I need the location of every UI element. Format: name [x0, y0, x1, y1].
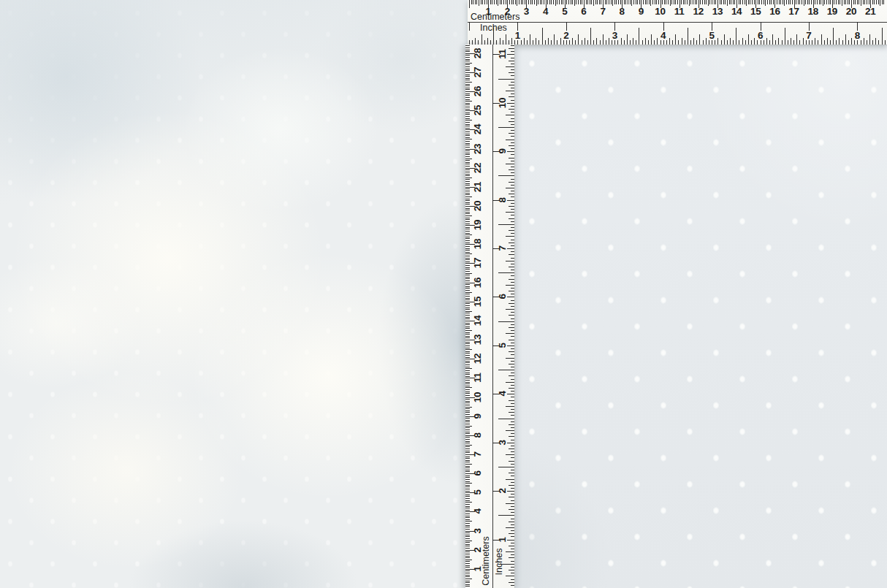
- inch-tick: [509, 412, 514, 413]
- inch-tick: [509, 340, 514, 340]
- inch-tick: [511, 136, 515, 137]
- flat-fabric-region: [468, 0, 887, 588]
- inch-tick: [511, 167, 515, 167]
- inch-tick: [748, 34, 749, 45]
- inch-number: 4: [661, 30, 666, 41]
- inch-tick: [509, 254, 514, 255]
- inch-tick: [511, 221, 515, 222]
- inch-tick: [509, 243, 514, 243]
- inch-tick: [506, 236, 514, 237]
- inch-tick: [509, 375, 514, 376]
- inch-tick: [507, 443, 514, 443]
- inch-tick: [507, 103, 514, 104]
- inch-tick: [511, 549, 515, 549]
- inch-tick: [506, 551, 514, 552]
- inch-tick: [511, 464, 515, 465]
- inch-tick: [845, 34, 846, 45]
- inch-tick: [682, 38, 682, 45]
- inch-tick: [511, 373, 515, 373]
- inch-tick: [882, 28, 883, 45]
- inch-tick: [827, 38, 828, 45]
- inch-tick: [509, 522, 514, 522]
- inch-tick: [524, 38, 525, 45]
- inch-tick: [511, 500, 515, 501]
- inch-tick: [498, 564, 514, 565]
- inch-tick: [627, 34, 628, 45]
- inch-tick: [575, 40, 576, 45]
- inch-tick: [527, 40, 528, 45]
- inch-tick: [511, 312, 515, 313]
- inch-tick: [511, 124, 515, 125]
- inch-tick: [506, 479, 514, 480]
- inch-tick: [582, 40, 582, 45]
- inch-tick: [606, 40, 606, 45]
- inch-number: 7: [498, 238, 508, 259]
- inch-tick: [511, 45, 515, 46]
- inch-tick: [509, 169, 514, 170]
- inch-tick: [651, 34, 652, 45]
- inch-tick: [506, 212, 514, 213]
- inch-number: 8: [855, 30, 860, 41]
- inch-tick: [509, 109, 514, 110]
- inch-tick: [842, 40, 843, 45]
- inch-tick: [511, 421, 515, 422]
- inch-tick: [703, 40, 704, 45]
- inch-tick: [511, 118, 515, 119]
- inch-tick: [511, 440, 515, 440]
- inch-tick: [511, 361, 515, 362]
- inch-number: 1: [498, 530, 508, 550]
- inch-tick: [585, 38, 585, 45]
- inch-tick: [511, 573, 515, 573]
- inch-tick: [730, 38, 731, 45]
- inch-tick: [511, 64, 515, 64]
- inch-tick: [507, 54, 514, 55]
- inch-tick: [782, 40, 783, 45]
- inch-tick: [511, 470, 515, 470]
- inch-tick: [511, 354, 515, 355]
- inch-tick: [511, 336, 515, 337]
- inch-tick: [507, 345, 514, 346]
- inch-tick: [511, 512, 515, 513]
- inch-tick: [778, 38, 779, 45]
- inch-tick: [511, 245, 515, 246]
- inch-tick: [511, 391, 515, 392]
- inch-tick: [715, 40, 715, 45]
- inch-tick: [538, 40, 539, 45]
- inch-tick: [507, 297, 514, 297]
- inch-tick: [793, 40, 794, 45]
- inch-tick: [509, 509, 514, 510]
- inch-tick: [506, 91, 514, 91]
- inch-tick: [864, 38, 864, 45]
- inch-tick: [511, 130, 515, 131]
- inch-tick: [509, 279, 514, 280]
- inch-tick: [511, 172, 515, 173]
- inch-tick: [506, 34, 506, 45]
- inch-tick: [507, 540, 514, 541]
- inch-tick: [509, 461, 514, 462]
- inch-tick: [509, 218, 514, 219]
- inch-tick: [609, 38, 609, 45]
- inch-number: 3: [612, 30, 617, 41]
- inch-number: 7: [806, 30, 811, 41]
- inch-tick: [511, 343, 515, 343]
- inch-tick: [587, 40, 588, 45]
- inch-tick: [498, 127, 514, 128]
- inch-tick: [511, 161, 515, 161]
- inch-tick: [593, 40, 594, 45]
- inch-number: 10: [498, 93, 508, 113]
- inch-number: 11: [498, 44, 508, 64]
- inch-tick: [551, 40, 552, 45]
- inch-tick: [498, 419, 514, 419]
- inch-tick: [506, 164, 514, 164]
- inch-tick: [769, 40, 770, 45]
- inch-tick: [511, 330, 515, 331]
- inch-tick: [506, 333, 514, 334]
- inch-tick: [506, 358, 514, 359]
- fabric-fold-shading: [0, 0, 468, 588]
- inch-tick: [851, 38, 852, 45]
- inch-tick: [569, 40, 570, 45]
- inch-tick: [739, 40, 739, 45]
- inch-tick: [511, 69, 515, 70]
- inch-tick: [511, 446, 515, 446]
- inch-tick: [498, 79, 514, 80]
